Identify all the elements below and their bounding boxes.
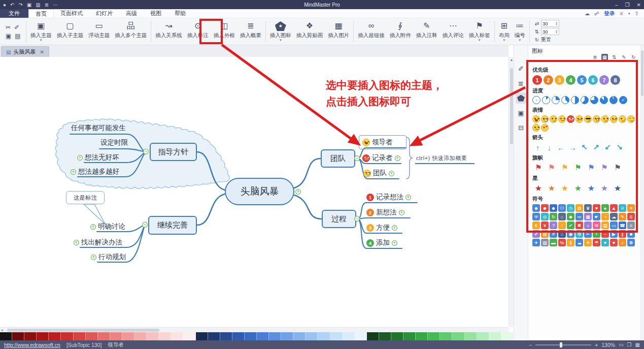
symbol-icon[interactable]: ◎ — [541, 213, 549, 220]
insert-icon-button[interactable]: ★插入图标▾ — [267, 19, 294, 44]
palette-swatch[interactable] — [355, 332, 367, 340]
symbol-icon[interactable]: ☁ — [575, 239, 583, 246]
mindmap-canvas[interactable]: 选中要插入图标的主题， 点击插入图标即可 头脑风暴 指导方针 继续完善 团队 过… — [0, 57, 509, 327]
arrow-icon[interactable]: ↙ — [602, 143, 613, 152]
symbol-icon[interactable]: ♪ — [619, 239, 626, 246]
symbol-icon[interactable]: % — [558, 239, 566, 246]
symbol-icon[interactable]: ⚙ — [575, 230, 583, 238]
arrow-icon[interactable]: ↓ — [544, 143, 555, 152]
collapse-handle[interactable]: − — [143, 149, 149, 154]
expand-icon[interactable]: + — [392, 225, 397, 231]
share-icon[interactable]: ☍ — [594, 11, 599, 16]
restore-button[interactable]: ❐ — [625, 2, 630, 8]
palette-swatch[interactable] — [501, 332, 514, 340]
insert-attachment-button[interactable]: ∮插入附件 — [387, 19, 414, 44]
symbol-icon[interactable]: ☂ — [593, 239, 600, 246]
symbol-icon[interactable]: ☻ — [567, 213, 574, 220]
grid-view-icon[interactable]: ▦ — [601, 54, 608, 60]
priority-5-icon[interactable]: 5 — [577, 75, 587, 85]
palette-swatch[interactable] — [220, 332, 232, 340]
subtopic[interactable]: 任何事都可能发生 — [71, 123, 126, 133]
symbol-icon[interactable]: ▤ — [601, 221, 609, 229]
panel-scroll-thumb[interactable] — [641, 50, 643, 96]
emoji-shock-icon[interactable] — [593, 115, 600, 123]
palette-swatch[interactable] — [477, 332, 489, 340]
vertical-scrollbar[interactable]: ▲ — [509, 57, 514, 327]
symbol-icon[interactable]: ☀ — [627, 204, 635, 212]
symbol-icon[interactable]: € — [532, 221, 540, 229]
view-fit-icon[interactable]: ❐ — [627, 342, 632, 347]
palette-swatch[interactable] — [98, 332, 110, 340]
symbol-icon[interactable]: ☼ — [584, 221, 592, 229]
arrow-icon[interactable]: → — [567, 143, 578, 152]
symbol-icon[interactable]: ♛ — [584, 204, 592, 212]
star-icon[interactable]: ★ — [559, 183, 571, 193]
insert-topic-button[interactable]: ▣插入主题▾ — [28, 19, 54, 44]
topic-process[interactable]: 过程 — [322, 210, 356, 228]
priority-8-icon[interactable]: 8 — [611, 75, 620, 85]
save-icon[interactable]: ▣ — [27, 2, 31, 8]
emoji-sleepy-icon[interactable] — [627, 115, 635, 123]
symbol-icon[interactable]: ▶ — [610, 230, 618, 238]
panel-scrollbar[interactable] — [640, 45, 644, 340]
menu-tab-help[interactable]: 帮助 — [168, 9, 192, 18]
flag-icon[interactable]: ⚑ — [572, 163, 584, 172]
zoom-slider[interactable] — [535, 344, 591, 345]
expand-icon[interactable]: + — [389, 171, 394, 176]
undo-icon[interactable]: ↶ — [10, 2, 14, 8]
sidebar-tool-style[interactable]: ✐ — [516, 63, 527, 74]
symbol-icon[interactable]: ↻ — [550, 213, 557, 220]
emoji-angry-icon[interactable] — [567, 115, 574, 123]
symbol-icon[interactable]: ☻ — [541, 204, 549, 212]
view-normal-icon[interactable]: ▭ — [619, 342, 623, 347]
insert-boundary-button[interactable]: ◫插入外框 — [211, 19, 238, 44]
palette-swatch[interactable] — [208, 332, 220, 340]
symbol-icon[interactable]: ■ — [627, 230, 635, 238]
expand-icon[interactable]: + — [405, 195, 411, 200]
palette-swatch[interactable] — [86, 332, 98, 340]
emoji-flat-icon[interactable] — [532, 124, 540, 132]
star-icon[interactable]: ★ — [612, 183, 624, 193]
emoji-cool-icon[interactable] — [584, 115, 592, 123]
subtopic[interactable]: +明确讨论 — [90, 222, 125, 231]
emoji-cry-icon[interactable] — [575, 115, 583, 123]
v-spacing-stepper[interactable]: 30▲▼ — [541, 28, 559, 35]
palette-swatch[interactable] — [12, 332, 24, 340]
symbol-icon[interactable]: ☻ — [550, 204, 557, 212]
horizontal-scrollbar[interactable]: ◂ — [0, 327, 509, 332]
palette-swatch[interactable] — [403, 332, 416, 340]
subtopic-recorder[interactable]: 记录者+ — [362, 153, 400, 163]
subtopic[interactable]: +想法无好坏 — [77, 153, 119, 162]
expand-icon[interactable]: + — [71, 169, 76, 175]
website-link[interactable]: http://www.edrawsoft.cn — [4, 342, 60, 348]
insert-hyperlink-button[interactable]: ∞插入超链接 — [355, 19, 387, 44]
expand-handle[interactable]: + — [295, 189, 301, 195]
symbol-icon[interactable]: ✈ — [532, 239, 540, 246]
symbol-icon[interactable]: ✔ — [567, 221, 574, 229]
palette-swatch[interactable] — [465, 332, 477, 340]
format-painter-icon[interactable]: ✐ — [14, 24, 19, 31]
cut-icon[interactable]: ✂ — [6, 24, 11, 31]
insert-picture-button[interactable]: ▦插入图片 — [325, 19, 352, 44]
symbol-icon[interactable]: ✂ — [584, 230, 592, 238]
central-topic[interactable]: 头脑风暴 — [225, 178, 294, 205]
insert-relationship-button[interactable]: ↝插入关系线 — [153, 19, 185, 44]
menu-tab-page-style[interactable]: 页面样式 — [54, 9, 89, 18]
insert-callout-button[interactable]: ⊙插入标注 — [185, 19, 211, 44]
progress-icon[interactable] — [590, 96, 598, 104]
palette-swatch[interactable] — [257, 332, 269, 340]
refresh-icon[interactable]: ↻ — [630, 54, 637, 60]
collapse-handle[interactable]: − — [354, 216, 360, 221]
flag-icon[interactable]: ⚑ — [598, 163, 611, 172]
callout-note[interactable]: 这是标注 — [66, 191, 105, 204]
arrow-icon[interactable]: ← — [556, 143, 566, 152]
palette-swatch[interactable] — [24, 332, 37, 340]
priority-6-icon[interactable]: 6 — [588, 75, 598, 85]
h-spacing-stepper[interactable]: 30▲▼ — [541, 20, 559, 27]
palette-swatch[interactable] — [330, 332, 343, 340]
symbol-icon[interactable]: ◉ — [567, 230, 574, 238]
caret-down-icon[interactable]: ▾ — [628, 12, 630, 16]
insert-note-button[interactable]: ✎插入注释 — [414, 19, 440, 44]
edit-icon[interactable]: ✎ — [621, 54, 627, 60]
paste-icon[interactable]: ▤ — [15, 33, 20, 40]
